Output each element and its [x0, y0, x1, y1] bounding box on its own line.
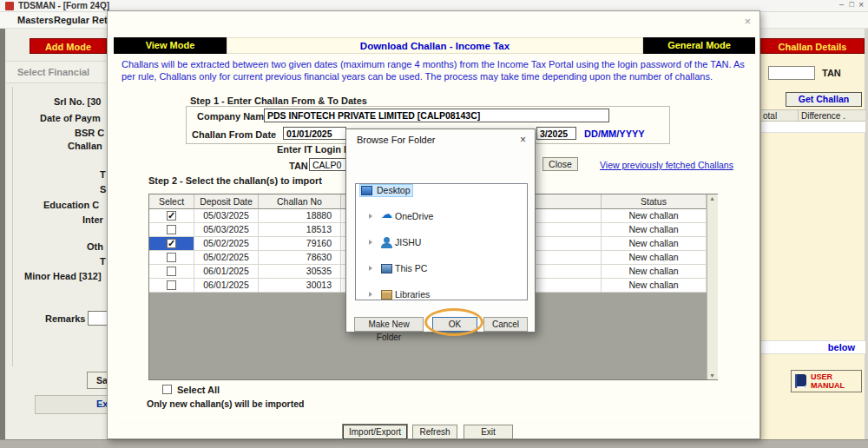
- financial-year-band: Select Financial: [5, 61, 107, 83]
- deposit-date-cell: 05/03/2025: [194, 209, 259, 223]
- col-header-deposit-date[interactable]: Deposit Date: [194, 194, 259, 209]
- refresh-button[interactable]: Refresh: [412, 425, 457, 439]
- minimize-icon[interactable]: –: [839, 0, 844, 9]
- select-financial-label: Select Financial: [17, 67, 89, 77]
- chevron-right-icon: [369, 214, 372, 219]
- row-checkbox[interactable]: [167, 280, 176, 290]
- challan-details-panel: TAN Get Challan otal Difference . below …: [760, 54, 865, 439]
- user-icon: [381, 238, 392, 247]
- browse-close-icon[interactable]: ×: [520, 134, 526, 146]
- form-label-minor-head: Minor Head [312]: [24, 271, 102, 281]
- form-label-date-of-payment: Date of Paym: [40, 113, 101, 123]
- challan-no-cell: 18513: [259, 223, 341, 237]
- row-checkbox[interactable]: [167, 211, 176, 221]
- panel-col-total: otal: [763, 111, 777, 121]
- select-cell[interactable]: [149, 223, 194, 237]
- challan-no-cell: 18880: [259, 209, 341, 223]
- cancel-button[interactable]: Cancel: [483, 317, 528, 332]
- select-cell[interactable]: [149, 209, 194, 223]
- scroll-down-icon[interactable]: ▼: [709, 372, 715, 379]
- add-mode-tab[interactable]: Add Mode: [30, 38, 107, 54]
- dialog-title: Download Challan - Income Tax: [227, 37, 643, 54]
- tdsman-app-window: TDSMAN - [Form 24Q] – □ × Masters Regula…: [0, 0, 868, 448]
- make-new-folder-button[interactable]: Make New Folder: [354, 317, 424, 332]
- table-scrollbar[interactable]: ▲ ▼: [707, 194, 718, 379]
- form-label-challan: Challan: [68, 141, 102, 151]
- col-header-status[interactable]: Status: [602, 194, 707, 209]
- deposit-date-cell: 05/02/2025: [194, 237, 259, 251]
- view-previous-challans-link[interactable]: View previously fetched Challans: [600, 160, 733, 170]
- scroll-up-icon[interactable]: ▲: [709, 195, 715, 201]
- dialog-close-icon[interactable]: ×: [744, 15, 751, 28]
- col-header-select[interactable]: Select: [149, 194, 194, 209]
- view-mode-tab[interactable]: View Mode: [114, 37, 227, 54]
- deposit-date-cell: 06/01/2025: [194, 279, 259, 293]
- panel-col-divider: [798, 110, 799, 122]
- folder-tree: Desktop OneDrive JISHU This PC Libraries: [355, 183, 528, 300]
- deposit-date-cell: 05/03/2025: [194, 223, 259, 237]
- deposit-date-cell: 06/01/2025: [194, 265, 259, 279]
- user-manual-button[interactable]: USER MANUAL: [791, 370, 862, 392]
- select-cell[interactable]: [149, 279, 194, 293]
- user-manual-line2: MANUAL: [811, 381, 845, 390]
- close-window-icon[interactable]: ×: [858, 0, 864, 10]
- challan-no-cell: 78630: [259, 251, 341, 265]
- select-all-label: Select All: [177, 385, 220, 395]
- get-challan-button[interactable]: Get Challan: [786, 92, 862, 107]
- tree-item-label: This PC: [395, 262, 427, 275]
- form-label-tax: T: [100, 169, 106, 180]
- dialog-divider: [115, 417, 754, 418]
- row-checkbox[interactable]: [167, 239, 176, 248]
- tree-item-label: OneDrive: [395, 210, 433, 223]
- desktop-icon: [361, 186, 372, 195]
- form-label-srl-no: Srl No. [30: [54, 96, 101, 107]
- general-mode-tab[interactable]: General Mode: [643, 37, 755, 54]
- select-cell[interactable]: [149, 237, 194, 251]
- form-label-remarks: Remarks: [45, 313, 85, 324]
- tree-item-label: JISHU: [395, 236, 421, 249]
- below-link[interactable]: below: [828, 342, 855, 352]
- import-note: Only new challan(s) will be imported: [147, 399, 304, 409]
- onedrive-cloud-icon: [381, 208, 392, 218]
- challan-from-date-input[interactable]: [283, 127, 346, 140]
- import-export-button[interactable]: Import/Export: [343, 425, 407, 439]
- maximize-icon[interactable]: □: [850, 0, 854, 9]
- it-login-label: Enter IT Login D: [277, 144, 351, 155]
- challan-to-date-input[interactable]: [536, 127, 576, 140]
- tree-item-label: Desktop: [377, 184, 411, 197]
- tree-item-libraries[interactable]: Libraries: [356, 288, 527, 300]
- window-left-edge: [0, 29, 5, 439]
- step2-label: Step 2 - Select the challan(s) to import: [148, 175, 322, 186]
- panel-tan-input[interactable]: [768, 66, 815, 80]
- menu-item-masters[interactable]: Masters: [17, 15, 54, 25]
- menu-item-regular-returns[interactable]: Regular Retu: [54, 15, 113, 25]
- step1-label: Step 1 - Enter Challan From & To Dates: [190, 96, 367, 106]
- select-cell[interactable]: [149, 251, 194, 265]
- col-header-challan-no[interactable]: Challan No: [259, 194, 341, 209]
- company-name-label: Company Name: [197, 111, 269, 122]
- select-cell[interactable]: [149, 265, 194, 279]
- panel-below-band: below: [761, 340, 865, 354]
- row-checkbox[interactable]: [167, 267, 176, 276]
- ok-button[interactable]: OK: [432, 317, 477, 332]
- exit-button[interactable]: Exit: [464, 425, 513, 439]
- form-label-others: Oth: [87, 241, 103, 252]
- tan-label: TAN: [289, 161, 308, 171]
- user-manual-line1: USER: [811, 372, 832, 381]
- panel-tan-label: TAN: [822, 68, 841, 78]
- close-button[interactable]: Close: [542, 157, 578, 171]
- row-checkbox[interactable]: [167, 225, 176, 234]
- form-groupbox-edge: [12, 87, 13, 366]
- browse-dialog-title: Browse For Folder: [357, 135, 435, 145]
- panel-grid-header: otal Difference .: [761, 109, 865, 122]
- form-label-education-cess: Education C: [43, 200, 99, 210]
- panel-col-difference: Difference .: [801, 111, 845, 121]
- tree-item-onedrive[interactable]: OneDrive: [356, 210, 527, 223]
- company-name-input[interactable]: [264, 109, 609, 122]
- select-all-checkbox[interactable]: [162, 385, 172, 394]
- tree-item-user[interactable]: JISHU: [356, 236, 527, 249]
- challan-no-cell: 30013: [259, 279, 341, 293]
- tree-item-desktop[interactable]: Desktop: [356, 184, 527, 197]
- row-checkbox[interactable]: [167, 253, 176, 262]
- tree-item-this-pc[interactable]: This PC: [356, 262, 527, 275]
